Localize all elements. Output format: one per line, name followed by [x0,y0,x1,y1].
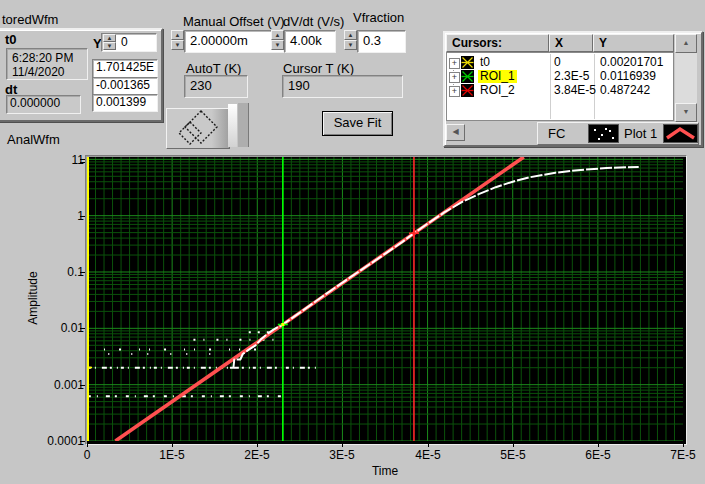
cursor-name[interactable]: ROI_2 [478,84,517,97]
spinner-down-icon[interactable]: ▼ [103,42,116,50]
x-tick [172,443,173,447]
x-column-header[interactable]: X [549,34,593,52]
y-tick [80,216,85,217]
x-tick [513,443,514,447]
wfm-value-3[interactable]: 0.001399 [92,94,158,112]
y-index-spinner[interactable]: ▲ ▼ [103,34,116,50]
cursor-t-label: Cursor T (K) [283,61,354,76]
x-tick-label: 6E-5 [576,448,620,462]
wfm-value-2[interactable]: -0.001365 [92,77,158,95]
plot-canvas[interactable] [87,157,683,441]
dvdt-label: dV/dt (V/s) [283,14,344,29]
t0-timestamp-display[interactable]: 6:28:20 PM 11/4/2020 [6,48,88,80]
palette-edge-highlight [228,104,237,147]
vfraction-input[interactable]: 0.3 [357,30,406,53]
x-tick-label: 7E-5 [661,448,705,462]
y-tick [80,328,85,329]
x-tick-label: 1E-5 [150,448,194,462]
y-tick [80,441,85,442]
palette-edge-shade [238,103,249,147]
spinner-up-icon[interactable]: ▲ [171,30,184,40]
cursor-crosshair-icon [461,84,474,97]
x-tick [428,443,429,447]
y-tick [80,385,85,386]
plot1-line-glyph[interactable] [663,124,698,143]
x-tick-label: 0 [65,448,109,462]
vfraction-spinner[interactable]: ▲ ▼ [344,30,357,50]
scatter-dots-icon [589,125,618,142]
vfraction-label: Vfraction [353,10,404,25]
spinner-down-icon[interactable]: ▼ [344,40,357,50]
save-fit-button[interactable]: Save Fit [322,111,393,136]
graph-palette-button[interactable] [166,108,230,149]
spinner-up-icon[interactable]: ▲ [103,34,116,42]
red-line-icon [664,125,697,142]
cursor-row-roi2[interactable]: + ROI_2 3.84E-5 0.487242 [447,84,673,98]
autot-display: 230 [184,75,248,98]
spinner-up-icon[interactable]: ▲ [344,30,357,40]
diamonds-icon [171,109,223,146]
x-tick-label: 3E-5 [320,448,364,462]
cursor-row-t0[interactable]: + t0 0 0.00201701 [447,56,673,70]
y-tick-label: 0.01 [24,321,84,335]
cursor-y-value: 0.00201701 [600,56,663,69]
expand-plus-icon[interactable]: + [449,58,460,69]
cursor-y-value: 0.0116939 [600,70,656,83]
cursor-x-value: 0 [554,56,561,69]
cursor-list[interactable]: + t0 0 0.00201701 + ROI_1 2.3E-5 0.01169… [446,52,674,121]
y-tick-label: 0.0001 [24,434,84,448]
t0-time: 6:28:20 PM [12,51,87,65]
cursor-t-display: 190 [282,75,403,98]
cursors-header: Cursors: [446,34,549,52]
cursor-y-value: 0.487242 [600,84,650,97]
y-index-control[interactable]: ▲ ▼ 0 [101,33,157,52]
y-tick-label: 1 [24,209,84,223]
cursor-crosshair-icon [461,70,474,83]
y-tick-label: 11 [24,153,84,167]
scroll-left-icon[interactable]: ◀ [446,124,465,141]
x-tick [683,443,684,447]
cursor-name[interactable]: ROI_1 [478,70,517,83]
scroll-down-icon[interactable]: ▼ [675,103,697,122]
spinner-up-icon[interactable]: ▲ [271,30,284,40]
scroll-up-icon[interactable]: ▲ [675,34,697,53]
dvdt-input[interactable]: 4.00k [284,30,336,53]
cursor-name[interactable]: t0 [478,56,492,69]
y-index-value[interactable]: 0 [118,35,128,50]
wfm-value-1[interactable]: 1.701425E [92,59,158,78]
t0-date: 11/4/2020 [12,65,87,79]
y-tick-label: 0.001 [24,378,84,392]
x-axis-title: Time [372,464,398,478]
x-tick [87,443,88,447]
fc-legend-label[interactable]: FC [548,126,565,141]
spinner-down-icon[interactable]: ▼ [171,40,184,50]
graph-title: AnalWfm [7,132,60,147]
dvdt-spinner[interactable]: ▲ ▼ [271,30,284,50]
x-tick [598,443,599,447]
stored-wfm-title: toredWfm [2,12,58,27]
spinner-down-icon[interactable]: ▼ [271,40,284,50]
plot-legend: FC Plot 1 [537,122,699,145]
y-tick-label: 0.1 [24,265,84,279]
plot-area[interactable] [85,155,687,445]
cursor-x-value: 3.84E-5 [554,84,596,97]
cursor-list-scrollbar[interactable]: ▲ ▼ [675,34,697,121]
manual-offset-input[interactable]: 2.00000m [184,30,284,53]
expand-plus-icon[interactable]: + [449,72,460,83]
x-tick [257,443,258,447]
cursor-x-value: 2.3E-5 [554,70,589,83]
x-tick [342,443,343,447]
cursor-crosshair-icon [461,56,474,69]
dt-display[interactable]: 0.000000 [6,95,81,114]
fc-plot-glyph[interactable] [588,124,619,143]
cursor-row-roi1[interactable]: + ROI_1 2.3E-5 0.0116939 [447,70,673,84]
manual-offset-label: Manual Offset (V) [183,14,285,29]
plot1-legend-label[interactable]: Plot 1 [624,126,657,141]
expand-plus-icon[interactable]: + [449,86,460,97]
t0-label: t0 [5,32,17,47]
x-tick-label: 4E-5 [406,448,450,462]
y-column-header[interactable]: Y [593,34,674,52]
y-tick [80,272,85,273]
x-tick-label: 5E-5 [491,448,535,462]
manual-offset-spinner[interactable]: ▲ ▼ [171,30,184,50]
